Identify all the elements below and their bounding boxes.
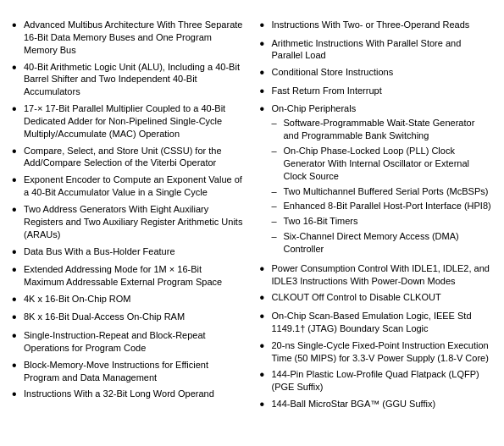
list-item: •Fast Return From Interrupt: [260, 85, 493, 99]
bullet-icon: •: [12, 102, 24, 117]
bullet-icon: •: [12, 358, 24, 373]
bullet-icon: •: [260, 309, 272, 324]
list-item: •CLKOUT Off Control to Disable CLKOUT: [260, 291, 493, 306]
list-item: •Advanced Multibus Architecture With Thr…: [12, 19, 245, 57]
bullet-icon: •: [260, 367, 272, 383]
list-item: •Instructions With Two- or Three-Operand…: [260, 19, 493, 33]
right-column: •Instructions With Two- or Three-Operand…: [260, 19, 493, 416]
list-item: •Arithmetic Instructions With Parallel S…: [260, 37, 493, 63]
list-item: •Compare, Select, and Store Unit (CSSU) …: [12, 145, 245, 170]
dash-icon: –: [272, 117, 284, 129]
list-item: •144-Pin Plastic Low-Profile Quad Flatpa…: [260, 368, 493, 394]
left-column: •Advanced Multibus Architecture With Thr…: [12, 19, 245, 416]
list-item: •Single-Instruction-Repeat and Block-Rep…: [12, 329, 245, 355]
bullet-icon: •: [12, 144, 24, 159]
content-columns: •Advanced Multibus Architecture With Thr…: [12, 19, 492, 416]
bullet-icon: •: [260, 262, 272, 277]
bullet-icon: •: [260, 84, 272, 99]
list-item: •Power Consumption Control With IDLE1, I…: [260, 262, 493, 288]
list-item: •20-ns Single-Cycle Fixed-Point Instruct…: [260, 339, 493, 365]
sub-list-item: –Two Multichannel Buffered Serial Ports …: [272, 185, 493, 198]
list-item: •Conditional Store Instructions: [260, 66, 493, 80]
left-feature-list: •Advanced Multibus Architecture With Thr…: [12, 19, 245, 402]
list-item: •Exponent Encoder to Compute an Exponent…: [12, 173, 245, 199]
list-item: •Extended Addressing Mode for 1M × 16-Bi…: [12, 263, 245, 289]
bullet-icon: •: [12, 173, 24, 188]
bullet-icon: •: [12, 310, 24, 325]
list-item: •8K x 16-Bit Dual-Access On-Chip RAM: [12, 311, 245, 325]
dash-icon: –: [272, 145, 284, 157]
bullet-icon: •: [260, 36, 272, 52]
bullet-icon: •: [12, 262, 24, 278]
bullet-icon: •: [12, 202, 24, 217]
bullet-icon: •: [260, 397, 272, 412]
bullet-icon: •: [12, 60, 24, 75]
list-item: •On-Chip Peripherals–Software-Programmab…: [260, 102, 493, 257]
list-item: •Two Address Generators With Eight Auxil…: [12, 203, 245, 241]
bullet-icon: •: [260, 18, 272, 33]
right-feature-list: •Instructions With Two- or Three-Operand…: [260, 19, 493, 412]
dash-icon: –: [272, 185, 284, 198]
list-item: •144-Ball MicroStar BGA™ (GGU Suffix): [260, 398, 493, 412]
list-item: •Block-Memory-Move Instructions for Effi…: [12, 359, 245, 384]
bullet-icon: •: [12, 18, 24, 33]
list-item: •Data Bus With a Bus-Holder Feature: [12, 245, 245, 260]
list-item: •17-× 17-Bit Parallel Multiplier Coupled…: [12, 102, 245, 140]
list-item: •40-Bit Arithmetic Logic Unit (ALU), Inc…: [12, 61, 245, 99]
bullet-icon: •: [12, 328, 24, 344]
list-item: •4K x 16-Bit On-Chip ROM: [12, 293, 245, 307]
dash-icon: –: [272, 215, 284, 228]
list-item: •On-Chip Scan-Based Emulation Logic, IEE…: [260, 310, 493, 335]
sub-list-item: –On-Chip Phase-Locked Loop (PLL) Clock G…: [272, 145, 493, 183]
list-item: •Instructions With a 32-Bit Long Word Op…: [12, 388, 245, 402]
bullet-icon: •: [260, 102, 272, 117]
bullet-icon: •: [12, 387, 24, 402]
sub-list-item: –Enhanced 8-Bit Parallel Host-Port Inter…: [272, 200, 493, 212]
bullet-icon: •: [260, 65, 272, 80]
bullet-icon: •: [260, 339, 272, 354]
bullet-icon: •: [260, 290, 272, 306]
sub-list: –Software-Programmable Wait-State Genera…: [272, 117, 493, 255]
dash-icon: –: [272, 230, 284, 243]
sub-list-item: –Software-Programmable Wait-State Genera…: [272, 117, 493, 142]
dash-icon: –: [272, 200, 284, 212]
sub-list-item: –Two 16-Bit Timers: [272, 215, 493, 228]
sub-list-item: –Six-Channel Direct Memory Access (DMA) …: [272, 230, 493, 256]
bullet-icon: •: [12, 292, 24, 307]
bullet-icon: •: [12, 245, 24, 260]
